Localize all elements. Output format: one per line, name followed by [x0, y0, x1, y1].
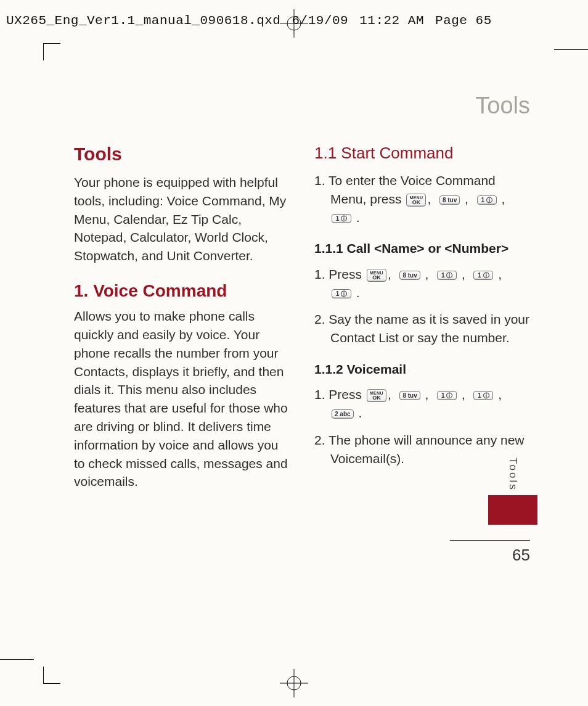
- print-header-file: UX265_Eng_Ver1.1_manual_090618.qxd: [6, 14, 280, 28]
- crop-mark-bottom-corner-icon: [43, 667, 60, 684]
- step-1-1-1-press: 1. Press MENUOK, 8 tuv , 1 ⓘ , 1 ⓘ , 1 ⓘ…: [314, 265, 530, 302]
- page-number: 65: [450, 540, 530, 565]
- page-content: Tools Tools Your phone is equipped with …: [74, 92, 530, 491]
- key-1-icon: 1 ⓘ: [477, 195, 497, 205]
- key-2-icon: 2 abc: [332, 409, 354, 419]
- tools-intro: Your phone is equipped with helpful tool…: [74, 173, 290, 265]
- left-column: Tools Your phone is equipped with helpfu…: [74, 144, 290, 491]
- key-8-icon: 8 tuv: [399, 391, 420, 400]
- print-header-time: 11:22 AM: [359, 14, 424, 28]
- ok-key-icon: MENUOK: [367, 389, 386, 402]
- side-tab-label: Tools: [507, 458, 519, 491]
- voice-command-body: Allows you to make phone calls quickly a…: [74, 307, 290, 491]
- key-1-icon: 1 ⓘ: [437, 271, 457, 280]
- key-1-icon: 1 ⓘ: [473, 391, 493, 400]
- side-tab: Tools: [488, 458, 537, 525]
- heading-1-1: 1.1 Start Command: [314, 144, 530, 163]
- crop-mark-top-left-icon: [43, 43, 60, 60]
- running-head: Tools: [74, 92, 530, 119]
- ok-key-icon: MENUOK: [367, 269, 386, 282]
- registration-mark-bottom-icon: [280, 669, 308, 700]
- key-1-icon: 1 ⓘ: [332, 214, 351, 223]
- key-8-icon: 8 tuv: [399, 271, 420, 280]
- step-1-1-2-press: 1. Press MENUOK, 8 tuv , 1 ⓘ , 1 ⓘ , 2 a…: [314, 385, 530, 422]
- heading-1-1-1: 1.1.1 Call <Name> or <Number>: [314, 240, 530, 257]
- key-1-icon: 1 ⓘ: [437, 391, 457, 400]
- crop-mark-bottom-left-icon: [0, 659, 34, 660]
- key-8-icon: 8 tuv: [439, 195, 460, 205]
- step-text: 1. To enter the Voice Command Menu, pres…: [314, 173, 496, 206]
- heading-1-1-2: 1.1.2 Voicemail: [314, 361, 530, 378]
- step-1-1-1: 1. To enter the Voice Command Menu, pres…: [314, 171, 530, 226]
- key-1-icon: 1 ⓘ: [473, 271, 493, 280]
- ok-key-icon: MENUOK: [406, 194, 426, 207]
- print-header-page: Page 65: [435, 14, 492, 28]
- step-text: 1. Press: [314, 387, 365, 401]
- step-text: 1. Press: [314, 267, 365, 281]
- crop-mark-right-icon: [554, 49, 588, 50]
- key-1-icon: 1 ⓘ: [332, 289, 351, 298]
- right-column: 1.1 Start Command 1. To enter the Voice …: [314, 144, 530, 491]
- registration-mark-top-icon: [280, 9, 308, 38]
- side-tab-accent: [488, 495, 537, 525]
- heading-tools: Tools: [74, 144, 290, 165]
- heading-voice-command: 1. Voice Command: [74, 281, 290, 301]
- step-1-1-1-say: 2. Say the name as it is saved in your C…: [314, 310, 530, 347]
